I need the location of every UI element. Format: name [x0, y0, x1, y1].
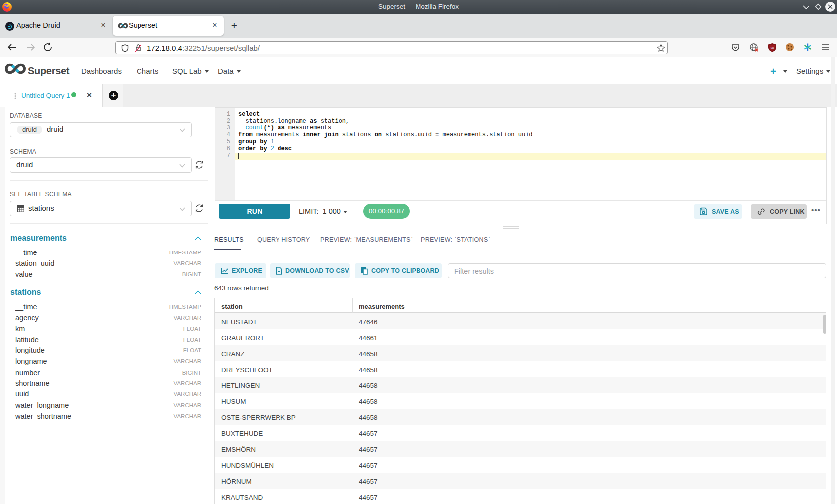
- svg-text:uo: uo: [771, 46, 774, 49]
